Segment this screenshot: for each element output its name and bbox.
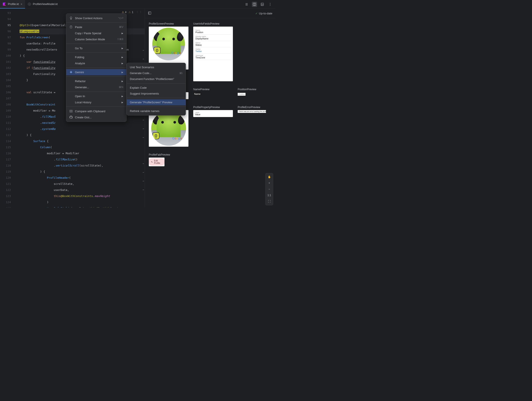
chevron-right-icon: ▶ <box>121 47 123 50</box>
close-icon[interactable]: × <box>21 2 22 6</box>
preview-name[interactable]: NamePreview Name <box>193 88 235 99</box>
viewmodel-file-icon <box>28 2 31 6</box>
field-row: NamePosition <box>196 28 231 35</box>
preview-position[interactable]: PositionPreview Position <box>238 88 266 99</box>
menu-show-context-actions[interactable]: Show Context Actions ⌥⏎ <box>66 15 126 21</box>
field-value: Status <box>196 44 231 46</box>
code-line: this@BoxWithConstraints.maxHeight <box>20 194 110 198</box>
submenu-suggest-improvements[interactable]: Suggest Improvements <box>127 91 186 96</box>
tabs-left: Profile.kt × ProfileViewModel.kt <box>0 0 60 8</box>
line-number: 93 <box>0 10 11 16</box>
status-text: Up-to-date <box>259 12 272 15</box>
code-line: Surface { <box>20 140 49 143</box>
android-avatar-icon: {} Google <box>152 28 185 60</box>
bulb-icon <box>69 16 73 20</box>
more-icon[interactable] <box>267 2 273 7</box>
svg-rect-9 <box>70 26 72 28</box>
code-line: ) <box>20 201 49 204</box>
menu-generate[interactable]: Generate... ⌘N <box>66 84 126 90</box>
field-value: Position <box>196 31 231 34</box>
menu-copy-paste-special[interactable]: Copy / Paste Special ▶ <box>66 30 126 36</box>
tab-profile-kt[interactable]: Profile.kt × <box>0 0 25 8</box>
line-number: 95 <box>0 22 11 28</box>
split-view-icon[interactable] <box>252 2 257 7</box>
menu-go-to[interactable]: Go To ▶ <box>66 45 126 51</box>
list-icon[interactable] <box>244 2 249 7</box>
code-line: .nestedSc <box>20 121 55 124</box>
image-view-icon[interactable] <box>260 2 265 7</box>
menu-gemini[interactable]: Gemini ▶ <box>66 69 126 75</box>
menu-column-selection[interactable]: Column Selection Mode ⇧⌘8 <box>66 36 126 42</box>
menu-folding[interactable]: Folding ▶ <box>66 54 126 60</box>
line-number: 106 <box>0 89 11 95</box>
code-line: Column( <box>20 146 52 149</box>
submenu-generate-preview[interactable]: Generate "ProfileScreen" Preview <box>127 99 186 105</box>
chevron-right-icon: ▶ <box>121 101 123 103</box>
gemini-submenu: Unit Test Scenarios Generate Code... ⌘\ … <box>127 63 186 115</box>
svg-point-3 <box>262 3 262 4</box>
line-number: 109 <box>0 108 11 114</box>
pan-tool-icon[interactable]: ✋ <box>266 174 272 180</box>
line-number: 94 <box>0 16 11 22</box>
code-line: userData, <box>20 188 69 191</box>
line-number: 102 <box>0 65 11 71</box>
code-line: scrollState, <box>20 182 74 185</box>
line-number: 111 <box>0 120 11 126</box>
preview-profile-property[interactable]: ProfilePropertyPreview Label Value <box>193 106 235 147</box>
editor-gutter: 9394959697989910010110210310410510610710… <box>0 9 13 207</box>
code-line: } <box>20 78 28 82</box>
chevron-right-icon: ▶ <box>121 71 123 73</box>
code-line: BoxWithConstraint <box>20 103 55 106</box>
menu-paste[interactable]: Paste ⌘V <box>66 24 126 30</box>
preview-profile-error[interactable]: ProfileErrorPreview There was an error l… <box>238 106 266 147</box>
zoom-out-icon[interactable]: − <box>266 186 272 192</box>
menu-analyze[interactable]: Analyze ▶ <box>66 60 126 66</box>
submenu-rethink[interactable]: Rethink variable names <box>127 108 186 114</box>
preview-float-toolbar: ✋ + − 1:1 ⛶ <box>265 173 273 205</box>
chevron-right-icon: ▶ <box>121 80 123 82</box>
edit-icon: ✎ <box>151 161 153 163</box>
editor-tabs: Profile.kt × ProfileViewModel.kt <box>0 0 275 9</box>
line-number: 107 <box>0 95 11 102</box>
menu-compare-clipboard[interactable]: Compare with Clipboard <box>66 108 126 114</box>
line-number: 112 <box>0 126 11 132</box>
submenu-explain-code[interactable]: Explain Code <box>127 85 186 91</box>
line-number: 113 <box>0 132 11 138</box>
svg-point-6 <box>270 5 270 6</box>
line-number: 117 <box>0 156 11 163</box>
chevron-right-icon: ▶ <box>121 32 123 34</box>
menu-refactor[interactable]: Refactor ▶ <box>66 78 126 84</box>
code-line: .fillMaxSize() <box>20 158 77 161</box>
preview-user-info-fields[interactable]: UserInfoFieldsPreview NamePositionDispla… <box>193 22 235 81</box>
zoom-in-icon[interactable]: + <box>266 180 272 186</box>
svg-rect-12 <box>71 110 72 112</box>
gemini-icon <box>69 70 73 74</box>
code-line: val scrollState = <box>20 91 57 94</box>
tab-label: Profile.kt <box>8 2 19 6</box>
line-number: 123 <box>0 193 11 199</box>
code-line: .systemBa <box>20 127 55 131</box>
field-label: Timezone <box>196 54 231 57</box>
submenu-unit-test[interactable]: Unit Test Scenarios <box>127 64 186 70</box>
svg-point-5 <box>270 4 270 4</box>
menu-create-gist[interactable]: Create Gist... <box>66 114 126 120</box>
code-line: .fillMaxS <box>20 115 55 118</box>
code-line: ) { <box>20 54 25 57</box>
svg-rect-8 <box>148 12 149 14</box>
menu-local-history[interactable]: Local History ▶ <box>66 99 126 105</box>
zoom-fit-icon[interactable]: ⛶ <box>266 198 272 204</box>
line-number: 114 <box>0 138 11 144</box>
chevron-right-icon: ▶ <box>121 62 123 64</box>
preview-profile-fab[interactable]: ProfileFabPreview ✎ Edit Profile <box>149 153 190 166</box>
line-number: 118 <box>0 163 11 169</box>
menu-open-in[interactable]: Open In ▶ <box>66 93 126 99</box>
line-number: 97 <box>0 34 11 41</box>
line-number: 115 <box>0 144 11 150</box>
zoom-1-1-icon[interactable]: 1:1 <box>266 192 272 198</box>
submenu-document-function[interactable]: Document Function "ProfileScreen" <box>127 76 186 82</box>
submenu-generate-code[interactable]: Generate Code... ⌘\ <box>127 70 186 76</box>
field-value: Twitter <box>196 50 231 52</box>
layout-editor-icon[interactable] <box>148 11 152 15</box>
tab-profileviewmodel-kt[interactable]: ProfileViewModel.kt <box>25 0 60 8</box>
line-number: 103 <box>0 71 11 77</box>
